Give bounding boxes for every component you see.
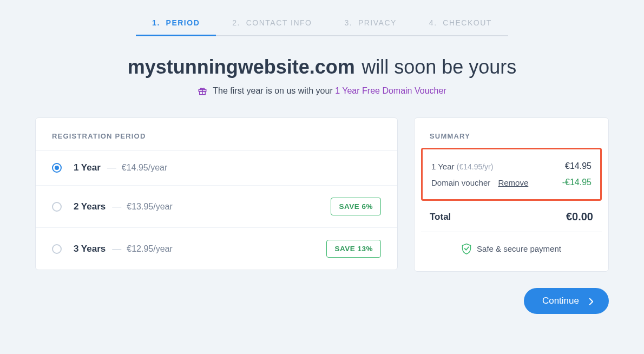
dash-icon: —: [107, 162, 116, 173]
period-price: €13.95/year: [127, 202, 173, 212]
heading-suffix: will soon be yours: [362, 56, 516, 78]
domain-name: mystunningwebsite.com: [128, 56, 355, 78]
summary-line-sub: (€14.95/yr): [457, 162, 494, 171]
summary-title: SUMMARY: [430, 132, 593, 140]
summary-line-amount: €14.95: [565, 161, 592, 171]
summary-card: SUMMARY 1 Year (€14.95/yr) €14.95: [414, 117, 609, 272]
voucher-link[interactable]: 1 Year Free Domain Voucher: [335, 86, 446, 95]
radio-selected-icon: [52, 163, 62, 173]
step-num: 2.: [232, 18, 240, 27]
step-contact-info[interactable]: 2. CONTACT INFO: [216, 13, 328, 36]
step-period[interactable]: 1. PERIOD: [136, 13, 216, 36]
period-option-1-year[interactable]: 1 Year — €14.95/year: [36, 150, 397, 186]
step-label: PERIOD: [166, 18, 200, 27]
secure-payment-text: Safe & secure payment: [477, 244, 561, 253]
summary-line-item: 1 Year (€14.95/yr) €14.95: [431, 158, 592, 174]
subheading-prefix: The first year is on us with your: [213, 86, 332, 95]
step-checkout[interactable]: 4. CHECKOUT: [413, 13, 508, 36]
period-option-3-years[interactable]: 3 Years — €12.95/year SAVE 13%: [36, 228, 397, 270]
summary-line-label: Domain voucher: [431, 178, 490, 187]
save-badge: SAVE 13%: [326, 240, 381, 258]
step-num: 3.: [344, 18, 352, 27]
chevron-right-icon: [589, 297, 594, 305]
total-amount: €0.00: [566, 211, 593, 223]
step-num: 1.: [152, 18, 160, 27]
period-price: €12.95/year: [127, 244, 173, 254]
radio-unselected-icon: [52, 244, 62, 254]
summary-highlight-box: 1 Year (€14.95/yr) €14.95 Domain voucher…: [421, 148, 602, 201]
total-label: Total: [430, 212, 451, 222]
step-label: CHECKOUT: [443, 18, 492, 27]
continue-label: Continue: [542, 296, 579, 306]
subheading: The first year is on us with your 1 Year…: [35, 86, 609, 96]
dash-icon: —: [112, 244, 121, 254]
remove-voucher-link[interactable]: Remove: [498, 178, 528, 187]
summary-line-label: 1 Year: [431, 162, 455, 171]
period-option-2-years[interactable]: 2 Years — €13.95/year SAVE 6%: [36, 186, 397, 228]
step-label: CONTACT INFO: [246, 18, 312, 27]
registration-period-header: REGISTRATION PERIOD: [36, 118, 397, 150]
save-badge: SAVE 6%: [331, 198, 381, 215]
step-label: PRIVACY: [358, 18, 397, 27]
summary-line-voucher: Domain voucher Remove -€14.95: [431, 174, 592, 191]
step-num: 4.: [429, 18, 437, 27]
checkout-stepper: 1. PERIOD 2. CONTACT INFO 3. PRIVACY 4. …: [35, 13, 609, 36]
period-price: €14.95/year: [122, 163, 168, 173]
radio-unselected-icon: [52, 202, 62, 212]
registration-period-title: REGISTRATION PERIOD: [52, 132, 381, 140]
period-label: 2 Years: [74, 201, 106, 212]
summary-line-amount: -€14.95: [562, 178, 592, 187]
page-heading: mystunningwebsite.com will soon be yours: [35, 56, 609, 78]
shield-check-icon: [462, 243, 471, 254]
dash-icon: —: [112, 201, 121, 212]
summary-total-row: Total €0.00: [421, 208, 602, 232]
gift-icon: [198, 86, 207, 96]
continue-button[interactable]: Continue: [524, 288, 609, 314]
period-label: 3 Years: [74, 244, 106, 254]
secure-payment-row: Safe & secure payment: [421, 243, 602, 266]
registration-period-card: REGISTRATION PERIOD 1 Year — €14.95/year…: [35, 117, 398, 270]
period-label: 1 Year: [74, 162, 101, 173]
step-privacy[interactable]: 3. PRIVACY: [328, 13, 412, 36]
